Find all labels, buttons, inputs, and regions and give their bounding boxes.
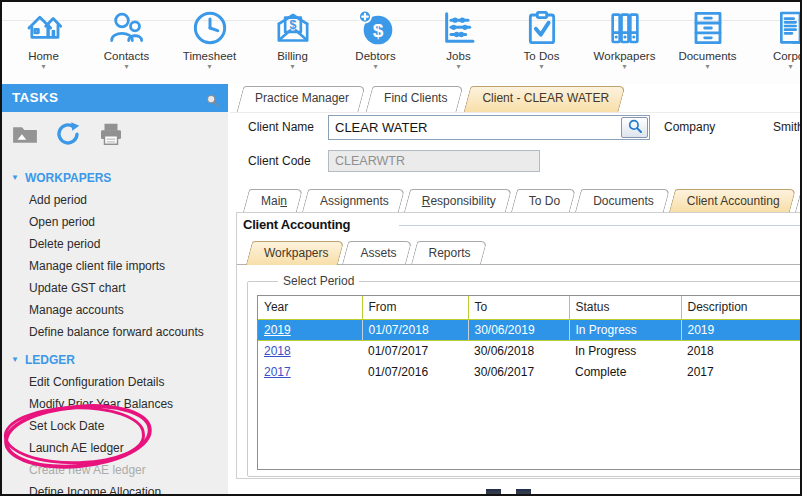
print-icon [96, 119, 126, 149]
tasks-panel-header: TASKS [2, 84, 228, 112]
column-header-year[interactable]: Year [258, 296, 362, 319]
period-from-cell: 01/07/2016 [362, 361, 468, 382]
toolbar-item-label: Debtors [355, 50, 395, 62]
toolbar-item-documents[interactable]: Documents▾ [666, 2, 749, 84]
client-accounting-panel: Client Accounting WorkpapersAssetsReport… [236, 212, 800, 479]
client-name-label: Client Name [248, 120, 314, 134]
tab-label: Find Clients [369, 86, 460, 105]
tab-client-accounting[interactable]: Client Accounting [672, 189, 793, 212]
sidebar-item-manage-client-file-imports[interactable]: Manage client file imports [2, 255, 228, 277]
toolbar-item-debtors[interactable]: $Debtors▾ [334, 2, 417, 84]
svg-text:$: $ [372, 20, 383, 41]
corporate-icon [771, 8, 801, 48]
chevron-down-icon: ▾ [373, 63, 377, 71]
home-icon [24, 8, 64, 48]
sidebar-item-manage-accounts[interactable]: Manage accounts [2, 299, 228, 321]
period-table-frame: YearFromToStatusDescription 201901/07/20… [257, 295, 800, 470]
period-year-link[interactable]: 2018 [264, 344, 291, 358]
toolbar-item-timesheet[interactable]: Timesheet▾ [168, 2, 251, 84]
period-year-cell: 2017 [258, 361, 362, 382]
toolbar-item-contacts[interactable]: Contacts▾ [85, 2, 168, 84]
sidebar-item-open-period[interactable]: Open period [2, 211, 228, 233]
tasks-panel-title: TASKS [12, 90, 58, 105]
period-description-cell: 2019 [681, 319, 800, 340]
search-icon-slot [626, 117, 644, 139]
client-name-field-wrap [328, 115, 650, 140]
period-to-cell: 30/06/2018 [468, 340, 569, 361]
chevron-down-icon: ▼ [11, 356, 19, 364]
main-area: Practice ManagerFind ClientsClient - CLE… [230, 84, 800, 494]
print-button[interactable] [96, 119, 126, 153]
sidebar-section-label: WORKPAPERS [25, 171, 111, 185]
sidebar-item-launch-ae-ledger[interactable]: Launch AE ledger [2, 437, 228, 459]
period-year-link[interactable]: 2017 [264, 365, 291, 379]
period-row-2017[interactable]: 201701/07/201630/06/2017Complete2017 [258, 361, 800, 382]
toolbar-item-billing[interactable]: $Billing▾ [251, 2, 334, 84]
tab-main[interactable]: Main [246, 189, 300, 212]
toolbar-item-workpapers[interactable]: Workpapers▾ [583, 2, 666, 84]
period-from-cell: 01/07/2017 [362, 340, 468, 361]
client-code-input[interactable] [328, 150, 540, 172]
accounting-sub-tab-row: WorkpapersAssetsReports [237, 240, 800, 265]
subtab-assets[interactable]: Assets [345, 241, 409, 265]
sidebar-item-add-period[interactable]: Add period [2, 189, 228, 211]
sidebar-item-edit-configuration-details[interactable]: Edit Configuration Details [2, 371, 228, 393]
sidebar-item-set-lock-date[interactable]: Set Lock Date [2, 415, 228, 437]
period-status-cell: In Progress [569, 319, 681, 340]
tab-responsibility[interactable]: Responsibility [407, 189, 509, 212]
toolbar-item-to-dos[interactable]: To Dos▾ [500, 2, 583, 84]
chevron-down-icon: ▾ [124, 63, 128, 71]
subtab-workpapers[interactable]: Workpapers [249, 241, 341, 265]
refresh-button[interactable] [53, 119, 83, 153]
period-row-2018[interactable]: 201801/07/201730/06/2018In Progress2018 [258, 340, 800, 361]
toolbar-item-label: Jobs [446, 50, 470, 62]
tab-partial[interactable] [798, 189, 800, 212]
tab-assignments[interactable]: Assignments [305, 189, 402, 212]
column-header-from[interactable]: From [362, 296, 468, 319]
period-year-link[interactable]: 2019 [264, 323, 291, 337]
toolbar-item-corpor[interactable]: Corpor▾ [749, 2, 800, 84]
chevron-down-icon: ▾ [290, 63, 294, 71]
sidebar-item-modify-prior-year-balances[interactable]: Modify Prior Year Balances [2, 393, 228, 415]
period-status-cell: Complete [569, 361, 681, 382]
toolbar-item-jobs[interactable]: Jobs▾ [417, 2, 500, 84]
period-status-cell: In Progress [569, 340, 681, 361]
tab-label: Assets [345, 241, 409, 260]
sidebar-item-define-balance-forward-accounts[interactable]: Define balance forward accounts [2, 321, 228, 343]
client-name-input[interactable] [329, 116, 619, 139]
pin-icon-slot[interactable] [205, 90, 220, 118]
tab-label: Responsibility [407, 189, 509, 208]
subtab-reports[interactable]: Reports [414, 241, 484, 265]
toolbar-item-label: Timesheet [183, 50, 236, 62]
tab-practice-manager[interactable]: Practice Manager [240, 86, 362, 112]
chevron-down-icon: ▾ [539, 63, 543, 71]
sidebar-item-define-income-allocation[interactable]: Define Income Allocation [2, 481, 228, 494]
column-header-to[interactable]: To [468, 296, 569, 319]
chevron-down-icon: ▾ [622, 63, 626, 71]
open-folder-button[interactable] [10, 119, 40, 153]
period-row-2019[interactable]: 201901/07/201830/06/2019In Progress2019 [258, 319, 800, 340]
tab-label: To Do [514, 189, 573, 208]
sidebar-item-delete-period[interactable]: Delete period [2, 233, 228, 255]
toolbar-item-label: Billing [277, 50, 308, 62]
toolbar-item-home[interactable]: Home▾ [2, 2, 85, 84]
tab-find-clients[interactable]: Find Clients [369, 86, 460, 112]
tab-label: Documents [578, 189, 667, 208]
sidebar-item-update-gst-chart[interactable]: Update GST chart [2, 277, 228, 299]
sidebar-section-workpapers[interactable]: ▼WORKPAPERS [2, 167, 228, 189]
tab-to-do[interactable]: To Do [514, 189, 573, 212]
tab-label: Workpapers [249, 241, 341, 260]
sidebar-section-ledger[interactable]: ▼LEDGER [2, 349, 228, 371]
client-search-button[interactable] [621, 117, 648, 138]
period-to-cell: 30/06/2019 [468, 319, 569, 340]
tab-client-clear-water[interactable]: Client - CLEAR WATER [467, 86, 622, 112]
tab-documents[interactable]: Documents [578, 189, 667, 212]
client-accounting-heading: Client Accounting [243, 217, 350, 232]
select-period-groupbox: Select Period YearFromToStatusDescriptio… [247, 281, 800, 477]
open-folder-icon [10, 119, 40, 149]
column-header-description[interactable]: Description [681, 296, 800, 319]
tab-label: Main [246, 189, 300, 208]
tab-label: Client Accounting [672, 189, 793, 208]
column-header-status[interactable]: Status [569, 296, 681, 319]
company-label: Company [664, 120, 715, 134]
